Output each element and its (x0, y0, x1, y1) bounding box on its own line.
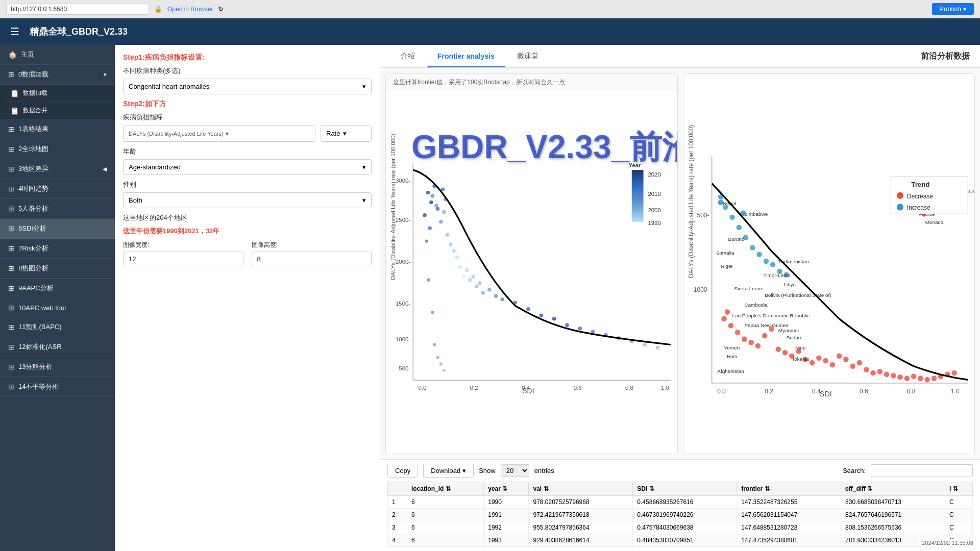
svg-point-124 (770, 262, 775, 267)
svg-text:0.4: 0.4 (812, 388, 821, 395)
cell-eff-diff: 808.1536266575636 (841, 521, 945, 534)
cell-sdi: 0.475784030669638 (633, 521, 737, 534)
cell-eff-diff: 830.6685038470713 (841, 496, 945, 509)
svg-point-45 (539, 314, 543, 318)
sidebar-item-normalize[interactable]: ⊞ 12标准化(ASR (0, 337, 115, 357)
show-label: Show (479, 467, 496, 474)
col-header-val[interactable]: val ⇅ (529, 482, 633, 496)
img-height-group: 图像高度: (252, 241, 372, 266)
sidebar-item-map[interactable]: ⊞ 2全球地图 (0, 139, 115, 159)
sidebar-item-table[interactable]: ⊞ 1表格结果 (0, 119, 115, 139)
svg-point-83 (734, 330, 740, 335)
grid-icon-14: ⊞ (8, 383, 14, 391)
entries-select[interactable]: 20 50 100 (501, 464, 529, 477)
svg-point-87 (762, 333, 767, 339)
sidebar-item-home[interactable]: 🏠 主页 (0, 45, 115, 65)
col-header-frontier[interactable]: frontier ⇅ (737, 482, 841, 496)
svg-text:Myanmar: Myanmar (778, 328, 799, 333)
sidebar-label-aapc: 9AAPC分析 (18, 284, 54, 293)
cell-year: 1991 (484, 509, 529, 521)
refresh-icon[interactable]: ↻ (218, 5, 224, 13)
grid-icon-9: ⊞ (8, 284, 14, 292)
chevron-down-icon-rate: ▾ (343, 130, 347, 137)
indicator-value: DALYs (Disability-Adjusted Life Years) (129, 131, 224, 137)
cell-location-id: 6 (407, 521, 483, 534)
table-icon-1: 📋 (10, 89, 19, 97)
svg-point-53 (643, 343, 647, 347)
col-header-location-id[interactable]: location_id ⇅ (407, 482, 483, 496)
cell-idx: 3 (388, 521, 407, 534)
svg-text:Increase: Increase (906, 204, 930, 211)
table-controls: Copy Download ▾ Show 20 50 100 entries S… (387, 464, 973, 478)
svg-point-60 (439, 362, 443, 365)
sidebar-item-aapc[interactable]: ⊞ 9AAPC分析 (0, 279, 115, 298)
svg-point-84 (742, 336, 747, 342)
sidebar-item-data-merge[interactable]: 📋 数据合并 (4, 102, 115, 119)
disease-label: 不同疾病种类(多选) (123, 66, 372, 76)
chevron-down-icon-download: ▾ (462, 467, 466, 474)
disease-select[interactable]: Congenital heart anomalies ▾ (123, 79, 372, 94)
copy-button[interactable]: Copy (387, 464, 418, 478)
tab-frontier[interactable]: Frontier analysis (427, 46, 505, 67)
cell-frontier: 147.4735294380601 (737, 534, 841, 547)
sidebar-item-inequality[interactable]: ⊞ 14不平等分析 (0, 377, 115, 397)
svg-rect-62 (632, 170, 644, 221)
sidebar-label-data-load: 0数据加载 (18, 70, 48, 79)
left-chart-svg: DALYs (Disability-Adjusted Life Years) r… (386, 91, 677, 454)
svg-point-100 (850, 363, 855, 369)
svg-text:1.0: 1.0 (661, 385, 669, 391)
col-header-eff-diff[interactable]: eff_diff ⇅ (841, 482, 945, 496)
sidebar-label-map: 2全球地图 (18, 144, 48, 154)
sidebar-item-trend[interactable]: ⊞ 4时间趋势 (0, 179, 115, 199)
svg-text:DALYs (Disability-Adjusted Lif: DALYs (Disability-Adjusted Life Years) r… (687, 125, 694, 278)
menu-icon[interactable]: ☰ (10, 26, 19, 38)
charts-section: 这里计算frontier值，采用了100次Bootsrtap，所以时间会久一点 … (380, 68, 980, 459)
svg-point-61 (443, 369, 446, 372)
svg-point-97 (829, 362, 835, 368)
search-input[interactable] (871, 464, 973, 477)
rate-dropdown[interactable]: Rate ▾ (321, 125, 372, 142)
img-height-input[interactable] (252, 252, 372, 266)
sidebar-item-data-import[interactable]: 📋 数据加载 (4, 85, 115, 102)
indicator-select[interactable]: DALYs (Disability-Adjusted Life Years) ▾ (123, 125, 315, 142)
svg-text:0.0: 0.0 (418, 385, 426, 391)
sidebar-item-sdi[interactable]: ⊞ 6SDI分析 (0, 219, 115, 239)
download-button[interactable]: Download ▾ (423, 464, 474, 478)
sidebar-item-regional[interactable]: ⊞ 3地区差异 ◀ (0, 159, 115, 179)
chevron-down-icon-indicator: ▾ (226, 130, 229, 137)
svg-point-42 (478, 281, 482, 285)
svg-point-82 (728, 323, 733, 329)
tab-course[interactable]: 微课堂 (507, 45, 549, 68)
col-header-idx[interactable] (388, 482, 407, 496)
sidebar-item-risk[interactable]: ⊞ 7Risk分析 (0, 239, 115, 259)
cell-sdi: 0.484353830709851 (633, 534, 737, 547)
gender-select[interactable]: Both ▾ (123, 192, 372, 208)
svg-point-85 (748, 340, 754, 345)
sidebar-item-decompose[interactable]: ⊞ 13分解分析 (0, 357, 115, 377)
svg-point-36 (481, 291, 485, 295)
grid-icon-11: ⊞ (8, 323, 14, 331)
svg-text:Sudan: Sudan (786, 335, 801, 340)
svg-point-27 (449, 242, 453, 246)
sidebar-item-heatmap[interactable]: ⊞ 8热图分析 (0, 259, 115, 279)
sidebar-item-apc[interactable]: ⊞ 10APC web tool (0, 298, 115, 317)
sidebar-item-group[interactable]: ⊞ 5人群分析 (0, 199, 115, 219)
sidebar: 🏠 主页 ⊞ 0数据加载 ▾ 📋 数据加载 📋 数据合并 ⊞ 1表格结果 ⊞ 2… (0, 45, 115, 551)
sidebar-item-predict[interactable]: ⊞ 11预测(BAPC) (0, 317, 115, 337)
open-in-browser-button[interactable]: Open in Browser (167, 6, 213, 13)
svg-point-118 (729, 215, 735, 220)
img-height-label: 图像高度: (252, 241, 372, 249)
tab-intro[interactable]: 介绍 (390, 45, 425, 68)
svg-text:Year: Year (628, 162, 641, 168)
img-width-input[interactable] (123, 252, 243, 266)
step1-title: Step1:疾病负担指标设置: (123, 53, 372, 62)
sidebar-item-data-load[interactable]: ⊞ 0数据加载 ▾ (0, 65, 115, 85)
svg-point-103 (870, 370, 876, 376)
svg-point-56 (427, 279, 430, 282)
col-header-sdi[interactable]: SDI ⇅ (633, 482, 737, 496)
cell-l: C (945, 509, 972, 521)
col-header-l[interactable]: l ⇅ (945, 482, 972, 496)
col-header-year[interactable]: year ⇅ (484, 482, 529, 496)
age-select[interactable]: Age-standardized ▾ (123, 159, 372, 175)
publish-button[interactable]: Publish ▾ (932, 3, 974, 15)
